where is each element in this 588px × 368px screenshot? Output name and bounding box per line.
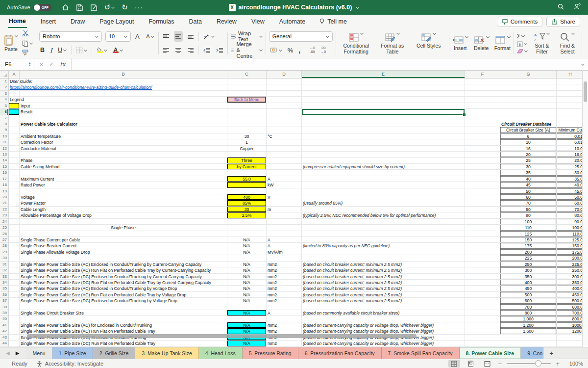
cell-B19[interactable] <box>20 188 227 194</box>
cell-C28[interactable]: N/A <box>227 243 267 249</box>
cell-B38[interactable] <box>20 304 227 310</box>
cell-B28[interactable]: Single Phase Breaker Current <box>20 243 227 249</box>
row-header-8[interactable]: 8 <box>0 121 9 127</box>
accessibility-status[interactable]: Accessibility: Investigate <box>36 361 103 367</box>
cell-C44[interactable]: N/A <box>227 341 267 346</box>
menu-tab-page-layout[interactable]: Page Layout <box>98 16 135 27</box>
sheet-tab-6-pressurization-fan-capacity[interactable]: 6. Pressurization Fan Capacity <box>298 347 382 359</box>
cell-A38[interactable] <box>9 304 20 310</box>
row-header-11[interactable]: 11 <box>0 139 9 145</box>
cell-H32[interactable]: 250.0 <box>557 267 582 273</box>
cell-C24[interactable] <box>227 219 267 225</box>
cell-G5[interactable] <box>500 103 557 109</box>
cell-A44[interactable] <box>9 341 20 346</box>
format-painter-icon[interactable] <box>22 49 33 57</box>
row-header-7[interactable]: 7 <box>0 115 9 121</box>
cell-G24[interactable]: 100 <box>500 219 557 225</box>
row-header-9[interactable]: 9 <box>0 127 9 133</box>
autosave-control[interactable]: AutoSave OFF <box>7 4 52 11</box>
row-header-20[interactable]: 20 <box>0 194 9 200</box>
cell-D20[interactable]: V <box>267 194 302 200</box>
cell-B35[interactable]: Single Phase Power Cable Size (AC) Enclo… <box>20 286 227 291</box>
cell-E10[interactable] <box>302 133 465 139</box>
format-cells-button[interactable]: Format <box>494 35 511 51</box>
sheet-tab-4-head-loss[interactable]: 4. Head Loss <box>199 347 243 359</box>
cell-E42[interactable]: (based on current-carrying capacity or v… <box>302 328 465 334</box>
autosum-button[interactable]: Σ <box>517 33 528 40</box>
cell-A31[interactable] <box>9 262 20 267</box>
font-name-select[interactable]: Roboto <box>39 31 102 42</box>
normal-view-button[interactable] <box>448 360 460 368</box>
cell-C26[interactable] <box>227 231 267 237</box>
account-icon[interactable] <box>573 3 581 12</box>
cell-A32[interactable] <box>9 267 20 273</box>
cell-H33[interactable]: 300.0 <box>557 274 582 280</box>
row-header-19[interactable]: 19 <box>0 188 9 194</box>
column-header-G[interactable]: G <box>500 71 557 78</box>
cell-G21[interactable]: 70 <box>500 200 557 206</box>
cell-B13[interactable] <box>20 152 227 158</box>
cell-B18[interactable]: Rated Power <box>20 182 227 188</box>
cell-A11[interactable] <box>9 139 20 145</box>
cell-A19[interactable] <box>9 188 20 194</box>
cell-C15[interactable]: by Current <box>227 164 267 170</box>
cell-B33[interactable]: Single Phase Power Cable Size (DC) Enclo… <box>20 274 227 280</box>
cell-F16[interactable] <box>465 170 500 176</box>
cell-H22[interactable]: 70.0 <box>557 207 582 212</box>
cell-G11[interactable]: 10 <box>500 139 557 145</box>
align-middle-icon[interactable] <box>174 31 183 42</box>
column-header-C[interactable]: C <box>227 71 267 78</box>
cell-D11[interactable] <box>267 139 302 145</box>
cell-B4[interactable] <box>20 97 227 103</box>
cell-A10[interactable] <box>9 133 20 139</box>
cell-H19[interactable]: 45.0 <box>557 188 582 194</box>
cell-D37[interactable]: mm2 <box>267 298 302 304</box>
cell-G7[interactable] <box>500 115 557 121</box>
cell-E30[interactable] <box>302 255 465 261</box>
cell-D38[interactable] <box>267 304 302 310</box>
align-top-icon[interactable] <box>162 31 171 42</box>
cell-H31[interactable]: 225.0 <box>557 262 582 267</box>
sheet-tab-2-grille-size[interactable]: 2. Grille Size <box>93 347 136 359</box>
cell-A8[interactable] <box>9 121 20 127</box>
cell-D6[interactable] <box>267 109 302 115</box>
cell-C2[interactable] <box>227 84 267 90</box>
cell-C39[interactable]: N/A <box>227 310 267 316</box>
more-commands-icon[interactable]: ··· <box>135 3 143 11</box>
share-button[interactable]: Share <box>546 17 580 27</box>
cell-E4[interactable] <box>302 97 465 103</box>
accounting-format-icon[interactable] <box>269 45 283 55</box>
column-header-F[interactable]: F <box>465 71 500 78</box>
cell-F39[interactable] <box>465 310 500 316</box>
cell-styles-button[interactable]: Cell Styles <box>412 32 446 54</box>
formula-bar-expand-icon[interactable] <box>581 62 585 65</box>
cell-F19[interactable] <box>465 188 500 194</box>
cell-B11[interactable]: Correction Factor <box>20 139 227 145</box>
cell-C12[interactable]: Copper <box>227 146 267 152</box>
cell-F42[interactable] <box>465 328 500 334</box>
menu-tab-automate[interactable]: Automate <box>278 16 307 27</box>
cell-G38[interactable]: 700 <box>500 304 557 310</box>
cell-C18[interactable] <box>227 182 267 188</box>
cell-A21[interactable] <box>9 200 20 206</box>
row-header-33[interactable]: 33 <box>0 274 9 280</box>
cell-D27[interactable]: A <box>267 237 302 243</box>
cell-E41[interactable]: (based on current-carrying capacity or v… <box>302 322 465 328</box>
cell-D2[interactable] <box>267 84 302 90</box>
cell-F4[interactable] <box>465 97 500 103</box>
cell-G25[interactable]: 110 <box>500 225 557 231</box>
wrap-text-button[interactable]: Wrap Text <box>231 30 263 42</box>
font-color-button[interactable]: A <box>112 45 124 55</box>
cell-G13[interactable]: 20 <box>500 152 557 158</box>
clear-button[interactable] <box>517 49 528 54</box>
row-header-36[interactable]: 36 <box>0 292 9 298</box>
cell-C31[interactable]: N/A <box>227 262 267 267</box>
cell-A22[interactable] <box>9 207 20 212</box>
next-sheet-arrow-icon[interactable]: ▶ <box>16 350 20 356</box>
align-bottom-icon[interactable] <box>186 31 195 42</box>
cell-C13[interactable] <box>227 152 267 158</box>
cut-icon[interactable] <box>22 29 33 38</box>
cell-B40[interactable] <box>20 316 227 322</box>
cell-F6[interactable] <box>465 109 500 115</box>
zoom-slider-knob[interactable] <box>535 360 541 367</box>
